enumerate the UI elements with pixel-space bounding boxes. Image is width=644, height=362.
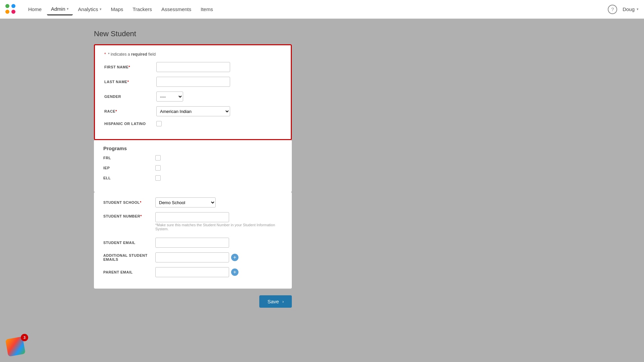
admin-chevron-icon: ▾ [67, 7, 69, 11]
nav-admin[interactable]: Admin ▾ [47, 3, 73, 15]
additional-emails-row: ADDITIONAL STUDENT EMAILS + [103, 252, 282, 262]
nav-assessments[interactable]: Assessments [157, 4, 195, 15]
frl-checkbox[interactable] [155, 155, 161, 161]
student-number-label: STUDENT NUMBER* [103, 212, 155, 218]
parent-email-row: PARENT EMAIL + [103, 267, 282, 277]
additional-emails-label: ADDITIONAL STUDENT EMAILS [103, 253, 155, 261]
required-star: * [104, 52, 106, 57]
student-email-label: STUDENT EMAIL [103, 241, 155, 245]
logo-dots [5, 4, 16, 15]
notification-badge[interactable]: 3 [7, 334, 28, 355]
gender-label: GENDER [104, 95, 156, 99]
programs-title: Programs [103, 145, 282, 151]
nav-trackers[interactable]: Trackers [128, 4, 156, 15]
badge-icon [7, 338, 24, 355]
additional-emails-input[interactable] [155, 252, 229, 262]
programs-section: Programs FRL IEP ELL [94, 140, 292, 192]
student-number-input[interactable] [155, 212, 229, 222]
gender-row: GENDER ---- Male Female Non-Binary [104, 92, 281, 102]
required-note: * * indicates a required field [104, 52, 281, 57]
additional-emails-add-button[interactable]: + [231, 254, 238, 261]
parent-email-input[interactable] [155, 267, 229, 277]
iep-label: IEP [103, 166, 155, 170]
logo [5, 4, 16, 15]
page-content: New Student * * indicates a required fie… [0, 19, 644, 308]
nav-maps[interactable]: Maps [107, 4, 127, 15]
save-button[interactable]: Save › [259, 295, 292, 308]
ell-row: ELL [103, 175, 282, 181]
logo-dot-br [11, 10, 15, 14]
nav-home[interactable]: Home [24, 4, 46, 15]
navbar: Home Admin ▾ Analytics ▾ Maps Trackers A… [0, 0, 644, 19]
nav-items: Home Admin ▾ Analytics ▾ Maps Trackers A… [24, 3, 608, 15]
hispanic-row: HISPANIC OR LATINO [104, 121, 281, 126]
logo-dot-tr [11, 4, 15, 8]
help-button[interactable]: ? [608, 5, 617, 14]
frl-row: FRL [103, 155, 282, 161]
logo-dot-tl [5, 4, 9, 8]
nav-right: ? Doug ▾ [608, 5, 639, 14]
analytics-chevron-icon: ▾ [100, 7, 102, 11]
lower-form: STUDENT SCHOOL* Demo School STUDENT NUMB… [94, 192, 292, 289]
logo-dot-bl [5, 10, 9, 14]
student-number-note: *Make sure this matches the Student Numb… [155, 223, 282, 231]
first-name-input[interactable] [156, 62, 230, 72]
race-label: RACE* [104, 109, 156, 113]
gender-select[interactable]: ---- Male Female Non-Binary [156, 92, 183, 102]
parent-email-label: PARENT EMAIL [103, 270, 155, 274]
save-chevron-icon: › [282, 299, 284, 304]
user-menu[interactable]: Doug ▾ [623, 6, 639, 12]
badge-count: 3 [21, 334, 28, 341]
iep-checkbox[interactable] [155, 165, 161, 171]
last-name-input[interactable] [156, 77, 230, 87]
student-email-input[interactable] [155, 238, 229, 248]
hispanic-checkbox[interactable] [156, 121, 162, 126]
ell-label: ELL [103, 176, 155, 180]
student-school-row: STUDENT SCHOOL* Demo School [103, 197, 282, 207]
page-title: New Student [94, 29, 136, 38]
student-email-row: STUDENT EMAIL [103, 238, 282, 248]
user-chevron-icon: ▾ [637, 7, 639, 11]
frl-label: FRL [103, 156, 155, 160]
first-name-row: FIRST NAME* [104, 62, 281, 72]
ell-checkbox[interactable] [155, 175, 161, 181]
student-school-select[interactable]: Demo School [155, 197, 216, 207]
nav-items[interactable]: Items [197, 4, 217, 15]
iep-row: IEP [103, 165, 282, 171]
first-name-label: FIRST NAME* [104, 65, 156, 69]
hispanic-label: HISPANIC OR LATINO [104, 122, 156, 126]
save-row: Save › [94, 295, 292, 308]
student-number-field-group: *Make sure this matches the Student Numb… [155, 212, 282, 231]
parent-email-add-button[interactable]: + [231, 268, 238, 276]
last-name-row: LAST NAME* [104, 77, 281, 87]
nav-analytics[interactable]: Analytics ▾ [74, 4, 106, 15]
student-school-label: STUDENT SCHOOL* [103, 200, 155, 204]
required-fields-card: * * indicates a required field FIRST NAM… [94, 44, 292, 140]
race-row: RACE* American Indian Asian Black Hispan… [104, 106, 281, 116]
race-select[interactable]: American Indian Asian Black Hispanic Whi… [156, 106, 230, 116]
user-name: Doug [623, 6, 635, 12]
student-number-row: STUDENT NUMBER* *Make sure this matches … [103, 212, 282, 231]
last-name-label: LAST NAME* [104, 80, 156, 84]
